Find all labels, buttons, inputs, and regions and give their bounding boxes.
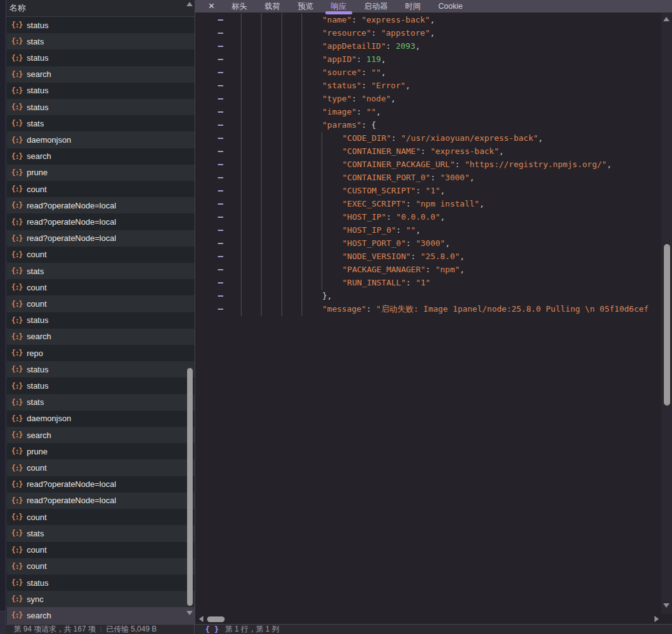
response-vertical-scrollbar[interactable]: [661, 13, 672, 614]
network-request-row[interactable]: {:}count: [7, 247, 195, 263]
network-request-row[interactable]: {:}search: [7, 148, 195, 165]
network-request-row[interactable]: {:}search: [7, 607, 195, 623]
network-request-row[interactable]: {:}read?operateNode=local: [7, 197, 195, 213]
network-request-row[interactable]: {:}search: [7, 427, 195, 443]
fold-marker-icon[interactable]: [218, 190, 223, 192]
fold-marker-icon[interactable]: [218, 295, 223, 297]
network-request-row[interactable]: {:}status: [7, 377, 195, 394]
close-icon[interactable]: ✕: [205, 0, 218, 13]
request-name: status: [27, 53, 49, 63]
fold-marker-icon[interactable]: [218, 151, 223, 152]
tab-响应[interactable]: 响应: [322, 0, 355, 13]
network-request-row[interactable]: {:}status: [7, 361, 195, 377]
fold-marker-icon[interactable]: [218, 269, 223, 270]
scrollbar-thumb[interactable]: [207, 616, 225, 622]
network-request-row[interactable]: {:}count: [7, 279, 195, 295]
tab-标头[interactable]: 标头: [223, 0, 256, 13]
network-request-row[interactable]: {:}read?operateNode=local: [7, 213, 195, 230]
tab-预览[interactable]: 预览: [289, 0, 322, 13]
fold-marker-icon[interactable]: [218, 164, 223, 165]
request-name: status: [27, 21, 49, 30]
json-braces-icon: {:}: [11, 168, 23, 177]
network-request-row[interactable]: {:}count: [7, 542, 195, 558]
network-status-summary: 第 94 项请求，共 167 项 已传输 5,049 B: [6, 625, 195, 634]
fold-marker-icon[interactable]: [218, 217, 223, 218]
scroll-down-icon[interactable]: [663, 603, 669, 608]
fold-marker-icon[interactable]: [218, 203, 223, 205]
fold-marker-icon[interactable]: [218, 256, 223, 257]
scroll-right-icon[interactable]: [654, 616, 659, 622]
scroll-up-icon[interactable]: [186, 2, 193, 6]
fold-marker-icon[interactable]: [218, 230, 223, 231]
tab-时间[interactable]: 时间: [397, 0, 430, 13]
network-request-row[interactable]: {:}count: [7, 295, 195, 312]
request-name: count: [27, 299, 47, 309]
fold-marker-icon[interactable]: [218, 177, 223, 178]
network-request-row[interactable]: {:}daemonjson: [7, 131, 195, 148]
fold-marker-icon[interactable]: [218, 309, 223, 310]
json-braces-icon: {:}: [11, 119, 23, 128]
scroll-left-icon[interactable]: [199, 616, 203, 622]
fold-marker-icon[interactable]: [218, 72, 223, 73]
request-name: stats: [27, 397, 44, 407]
network-request-row[interactable]: {:}sync: [7, 591, 195, 607]
page-edge-strip-bottom: [0, 611, 6, 634]
tab-Cookie[interactable]: Cookie: [430, 0, 472, 13]
request-name: search: [27, 611, 51, 620]
network-request-row[interactable]: {:}count: [7, 459, 195, 476]
fold-marker-icon[interactable]: [218, 243, 223, 244]
network-request-row[interactable]: {:}search: [7, 329, 195, 345]
network-request-row[interactable]: {:}status: [7, 575, 195, 591]
tab-载荷[interactable]: 载荷: [256, 0, 289, 13]
code-line: "HOST_PORT_0": "3000",: [195, 237, 661, 250]
fold-marker-icon[interactable]: [218, 138, 223, 139]
scroll-down-icon[interactable]: [186, 611, 193, 615]
network-request-row[interactable]: {:}status: [7, 312, 195, 329]
scrollbar-thumb[interactable]: [187, 368, 193, 606]
network-request-row[interactable]: {:}stats: [7, 525, 195, 541]
network-request-row[interactable]: {:}status: [7, 83, 195, 99]
network-request-row[interactable]: {:}count: [7, 181, 195, 197]
network-request-row[interactable]: {:}count: [7, 558, 195, 575]
fold-marker-icon[interactable]: [218, 59, 223, 60]
network-request-row[interactable]: {:}read?operateNode=local: [7, 493, 195, 509]
fold-marker-icon[interactable]: [218, 19, 223, 21]
json-braces-icon: {:}: [11, 86, 23, 95]
request-name: status: [27, 381, 49, 391]
network-panel: 名称 {:}status{:}stats{:}status{:}search{:…: [6, 0, 195, 624]
fold-marker-icon[interactable]: [218, 111, 223, 113]
network-request-row[interactable]: {:}daemonjson: [7, 411, 195, 427]
fold-marker-icon[interactable]: [218, 125, 223, 126]
network-request-row[interactable]: {:}count: [7, 509, 195, 525]
network-request-row[interactable]: {:}search: [7, 66, 195, 83]
response-horizontal-scrollbar[interactable]: [195, 614, 661, 624]
network-request-row[interactable]: {:}status: [7, 99, 195, 115]
fold-marker-icon[interactable]: [218, 85, 223, 86]
tab-启动器[interactable]: 启动器: [355, 0, 397, 13]
json-braces-icon: {:}: [11, 611, 23, 620]
json-braces-icon: {:}: [11, 250, 23, 259]
network-request-row[interactable]: {:}read?operateNode=local: [7, 476, 195, 493]
network-request-row[interactable]: {:}repo: [7, 345, 195, 361]
scroll-up-icon[interactable]: [663, 17, 669, 21]
network-request-list[interactable]: {:}status{:}stats{:}status{:}search{:}st…: [7, 17, 195, 624]
response-body-editor[interactable]: "name": "express-back","resource": "apps…: [195, 13, 661, 614]
network-request-row[interactable]: {:}prune: [7, 443, 195, 459]
fold-marker-icon[interactable]: [218, 33, 223, 34]
fold-marker-icon[interactable]: [218, 98, 223, 100]
network-request-row[interactable]: {:}status: [7, 17, 195, 33]
network-request-row[interactable]: {:}prune: [7, 165, 195, 181]
network-list-scrollbar[interactable]: [185, 0, 194, 624]
network-request-row[interactable]: {:}stats: [7, 115, 195, 131]
code-line: "appDetailID": 2093,: [195, 39, 661, 53]
fold-marker-icon[interactable]: [218, 46, 223, 47]
network-request-row[interactable]: {:}stats: [7, 33, 195, 49]
format-json-button[interactable]: { }: [205, 625, 219, 634]
network-request-row[interactable]: {:}status: [7, 49, 195, 66]
network-request-row[interactable]: {:}read?operateNode=local: [7, 230, 195, 247]
network-request-row[interactable]: {:}stats: [7, 394, 195, 411]
network-request-row[interactable]: {:}stats: [7, 263, 195, 279]
scrollbar-thumb[interactable]: [664, 244, 670, 406]
code-line-text: "EXEC_SCRIPT": "npm install",: [195, 197, 661, 210]
fold-marker-icon[interactable]: [218, 282, 223, 284]
